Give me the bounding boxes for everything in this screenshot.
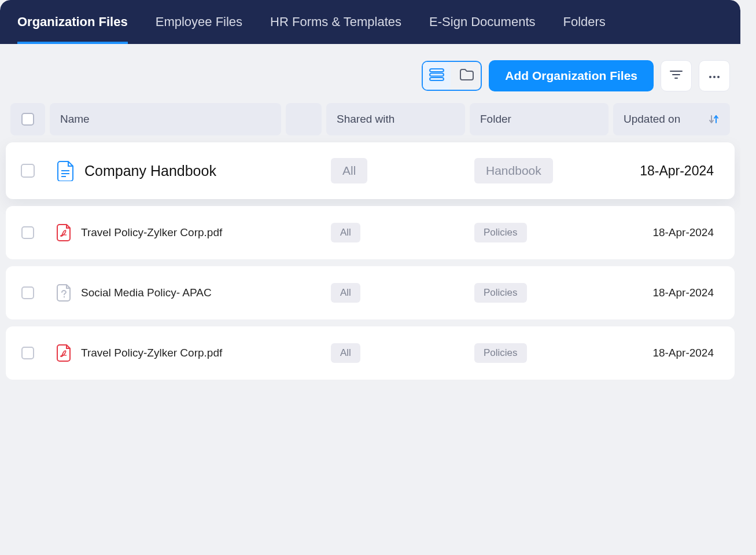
svg-rect-1 — [430, 73, 444, 76]
shared-with-pill: All — [331, 283, 360, 303]
view-toggle — [422, 61, 482, 91]
toolbar: Add Organization Files — [0, 44, 740, 103]
tab-organization-files[interactable]: Organization Files — [17, 0, 128, 44]
select-all-checkbox[interactable] — [21, 113, 34, 126]
unknown-file-icon — [56, 284, 73, 302]
updated-date: 18-Apr-2024 — [613, 163, 730, 179]
tab-folders[interactable]: Folders — [563, 0, 606, 44]
table-row[interactable]: Company Handbook All Handbook 18-Apr-202… — [6, 142, 735, 199]
list-view-button[interactable] — [423, 62, 451, 90]
column-header-shared-with[interactable]: Shared with — [326, 103, 465, 135]
tab-employee-files[interactable]: Employee Files — [156, 0, 242, 44]
updated-date: 18-Apr-2024 — [613, 226, 730, 239]
updated-date: 18-Apr-2024 — [613, 286, 730, 299]
svg-point-6 — [709, 76, 711, 78]
table-row[interactable]: Travel Policy-Zylker Corp.pdf All Polici… — [6, 206, 735, 259]
header-checkbox-cell — [10, 103, 45, 135]
column-header-name[interactable]: Name — [50, 103, 281, 135]
filter-icon — [670, 69, 683, 82]
updated-date: 18-Apr-2024 — [613, 347, 730, 359]
row-checkbox[interactable] — [21, 286, 34, 299]
svg-point-12 — [64, 296, 65, 297]
shared-with-pill: All — [331, 158, 367, 183]
sort-icon — [708, 113, 720, 125]
list-icon — [429, 68, 445, 83]
folder-icon — [459, 68, 475, 84]
folder-pill: Policies — [474, 343, 527, 363]
more-button[interactable] — [699, 60, 730, 91]
file-name: Travel Policy-Zylker Corp.pdf — [81, 347, 222, 359]
folder-pill: Handbook — [474, 158, 553, 183]
file-name: Travel Policy-Zylker Corp.pdf — [81, 226, 222, 239]
file-name: Social Media Policy- APAC — [81, 286, 212, 299]
svg-point-8 — [717, 76, 720, 78]
svg-rect-0 — [430, 69, 444, 72]
column-header-spacer — [286, 103, 322, 135]
row-checkbox[interactable] — [21, 164, 35, 178]
more-icon — [709, 71, 720, 81]
file-name: Company Handbook — [84, 163, 216, 179]
folder-pill: Policies — [474, 283, 527, 303]
row-checkbox[interactable] — [21, 226, 34, 239]
folder-pill: Policies — [474, 223, 527, 242]
column-header-updated-on[interactable]: Updated on — [613, 103, 730, 135]
top-nav: Organization Files Employee Files HR For… — [0, 0, 740, 44]
svg-point-7 — [713, 76, 716, 78]
column-header-updated-on-label: Updated on — [624, 113, 680, 126]
table-row[interactable]: Travel Policy-Zylker Corp.pdf All Polici… — [6, 326, 735, 380]
table-body: Company Handbook All Handbook 18-Apr-202… — [0, 135, 740, 380]
row-checkbox[interactable] — [21, 347, 34, 359]
document-icon — [56, 160, 76, 181]
pdf-icon — [56, 224, 73, 241]
table-header: Name Shared with Folder Updated on — [0, 103, 740, 135]
svg-rect-2 — [430, 78, 444, 80]
column-header-folder[interactable]: Folder — [470, 103, 609, 135]
tab-esign[interactable]: E-Sign Documents — [429, 0, 535, 44]
add-organization-files-button[interactable]: Add Organization Files — [489, 60, 654, 91]
shared-with-pill: All — [331, 223, 360, 242]
pdf-icon — [56, 344, 73, 362]
folder-view-button[interactable] — [453, 62, 481, 90]
shared-with-pill: All — [331, 343, 360, 363]
filter-button[interactable] — [661, 60, 692, 91]
tab-hr-forms[interactable]: HR Forms & Templates — [270, 0, 401, 44]
table-row[interactable]: Social Media Policy- APAC All Policies 1… — [6, 266, 735, 319]
